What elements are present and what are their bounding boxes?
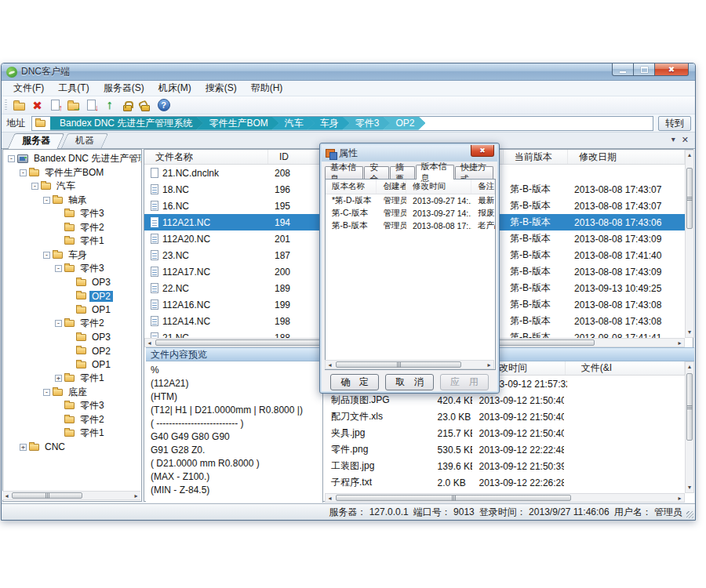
scroll-left-icon[interactable]: ◂ [326, 495, 333, 503]
collapse-icon[interactable]: - [20, 169, 27, 176]
tree-item-OP3[interactable]: OP3 [3, 276, 141, 290]
dialog-close-button[interactable]: ✖ [471, 145, 494, 157]
tree-item-零件3[interactable]: 零件3 [3, 207, 141, 221]
column-header-date[interactable]: 修改日期 [568, 150, 685, 164]
tree-item-Bandex DNC 先进生产管理系统[interactable]: -Bandex DNC 先进生产管理系统 [3, 152, 141, 166]
tree-hscrollbar[interactable]: ◂ ▸ [2, 491, 140, 500]
tree-item-车身[interactable]: -车身 [3, 249, 141, 263]
dialog-title-bar[interactable]: 属性 ✖ [322, 145, 497, 162]
scroll-right-icon[interactable]: ▸ [676, 339, 683, 347]
tree-item-零件1[interactable]: +零件1 [3, 372, 141, 386]
collapse-icon[interactable]: - [31, 183, 38, 190]
version-column-note[interactable]: 备注 [471, 180, 495, 194]
scroll-left-icon[interactable]: ◂ [326, 361, 333, 369]
attachment-row[interactable]: 配刀文件.xls23.0 KB2013-09-12 21:50:40 [325, 408, 685, 425]
collapse-icon[interactable]: - [55, 320, 62, 327]
scroll-up-icon[interactable]: ▴ [686, 363, 693, 371]
cancel-button[interactable]: 取 消 [385, 374, 434, 390]
scroll-thumb[interactable] [12, 492, 82, 499]
scroll-left-icon[interactable]: ◂ [146, 339, 153, 347]
dialog-hscrollbar[interactable]: ◂ ▸ [325, 360, 494, 369]
scroll-right-icon[interactable]: ▸ [676, 495, 683, 503]
chevron-down-icon[interactable]: ▾ [671, 135, 675, 144]
attachment-row[interactable]: 制品顶图.JPG420.4 KB2013-09-12 21:50:40 [325, 392, 685, 408]
tree-item-OP2[interactable]: OP2 [3, 344, 141, 358]
menu-item-S[interactable]: 服务器(S) [96, 80, 151, 96]
help-icon[interactable]: ? [156, 98, 171, 112]
tree-item-OP2[interactable]: OP2 [3, 289, 141, 303]
file-list-vscrollbar[interactable]: ▴ ▾ [685, 150, 694, 338]
tree-item-零件3[interactable]: 零件3 [3, 399, 141, 413]
menu-item-S[interactable]: 搜索(S) [198, 80, 244, 96]
scroll-thumb[interactable] [686, 373, 693, 441]
column-header-file[interactable]: 文件(&I [566, 361, 685, 375]
title-bar[interactable]: DNC客户端 ✖ [2, 64, 695, 81]
tree-item-汽车[interactable]: -汽车 [3, 180, 141, 194]
column-header-version[interactable]: 当前版本 [504, 150, 568, 164]
tab-服务器[interactable]: 服务器 [9, 133, 63, 148]
lock-icon[interactable] [120, 98, 135, 112]
collapse-icon[interactable]: - [8, 155, 15, 162]
scroll-up-icon[interactable]: ▴ [686, 151, 693, 159]
expand-icon[interactable]: + [20, 444, 27, 451]
tree-item-底座[interactable]: -底座 [3, 386, 141, 400]
collapse-icon[interactable]: - [43, 197, 50, 204]
apply-button[interactable]: 应 用 [440, 374, 489, 390]
expand-icon[interactable]: + [55, 375, 62, 382]
version-column-creator[interactable]: 创建者 [377, 180, 406, 194]
attachment-row[interactable]: 子程序.txt2.0 KB2013-09-12 22:26:28 [325, 474, 685, 491]
close-button[interactable]: ✖ [654, 64, 689, 76]
menu-item-T[interactable]: 工具(T) [51, 80, 96, 96]
tree-item-OP1[interactable]: OP1 [3, 358, 141, 372]
tree-item-零件3[interactable]: -零件3 [3, 262, 141, 276]
scroll-down-icon[interactable]: ▾ [686, 328, 693, 336]
version-row[interactable]: 第-C-版本管理员2013-09-27 14:...报废 [326, 207, 495, 220]
menu-item-H[interactable]: 帮助(H) [244, 80, 290, 96]
version-row[interactable]: *第-D-版本管理员2013-09-27 14:...最新 [326, 194, 495, 207]
column-header-id[interactable]: ID [268, 150, 323, 164]
attachment-row[interactable]: 零件.png530.5 KB2013-09-12 22:22:48 [325, 441, 685, 458]
close-pane-icon[interactable]: ✕ [682, 135, 689, 144]
go-button[interactable]: 转到 [658, 116, 691, 131]
scroll-right-icon[interactable]: ▸ [133, 492, 140, 500]
collapse-icon[interactable]: - [43, 389, 50, 396]
scroll-thumb[interactable] [336, 361, 461, 368]
breadcrumb-item[interactable]: 零件生产BOM [196, 117, 278, 130]
scroll-down-icon[interactable]: ▾ [686, 484, 693, 492]
attachment-row[interactable]: 工装图.jpg139.6 KB2013-09-12 21:50:39 [325, 458, 685, 474]
collapse-icon[interactable]: - [43, 252, 50, 259]
delete-icon[interactable]: ✖ [30, 98, 45, 112]
dialog-tab-基本信息[interactable]: 基本信息 [325, 166, 363, 180]
dialog-tab-快捷方式[interactable]: 快捷方式 [455, 166, 493, 180]
tree-item-零件生产BOM[interactable]: -零件生产BOM [3, 166, 141, 180]
tree-item-OP1[interactable]: OP1 [3, 303, 141, 318]
tree-item-零件2[interactable]: 零件2 [3, 413, 141, 427]
upload-icon[interactable]: ↑ [102, 98, 117, 112]
attachments-hscrollbar[interactable]: ◂ ▸ [325, 493, 685, 503]
dialog-tab-版本信息[interactable]: 版本信息 [416, 165, 454, 180]
ok-button[interactable]: 确 定 [330, 374, 379, 390]
dialog-tab-摘要[interactable]: 摘要 [390, 166, 415, 180]
tree-item-CNC[interactable]: +CNC [3, 441, 141, 455]
tree-item-零件2[interactable]: -零件2 [3, 317, 141, 331]
version-column-name[interactable]: 版本名称 [326, 180, 377, 194]
scroll-thumb[interactable] [336, 495, 571, 501]
collapse-icon[interactable]: - [55, 265, 62, 272]
breadcrumb-item[interactable]: 零件3 [343, 117, 391, 130]
dialog-tab-安全[interactable]: 安全 [364, 166, 389, 180]
tree-item-OP3[interactable]: OP3 [3, 331, 141, 345]
menu-item-F[interactable]: 文件(F) [6, 80, 51, 96]
column-header-name[interactable]: 文件名称 [144, 150, 268, 164]
attachments-vscrollbar[interactable]: ▴ ▾ [685, 361, 694, 493]
minimize-button[interactable] [612, 64, 634, 76]
tree-item-零件2[interactable]: 零件2 [3, 221, 141, 235]
export-folder-icon[interactable]: → [66, 98, 81, 112]
maximize-button[interactable] [634, 64, 654, 76]
checkin-file-icon[interactable]: ↑ [48, 98, 63, 112]
attachment-row[interactable]: 夹具.jpg215.7 KB2013-09-12 21:50:40 [325, 425, 685, 441]
resize-grip-icon[interactable] [686, 511, 693, 518]
scroll-left-icon[interactable]: ◂ [3, 492, 10, 500]
tree-item-零件1[interactable]: 零件1 [3, 234, 141, 249]
new-folder-icon[interactable] [12, 98, 27, 112]
unlock-icon[interactable] [138, 98, 153, 112]
